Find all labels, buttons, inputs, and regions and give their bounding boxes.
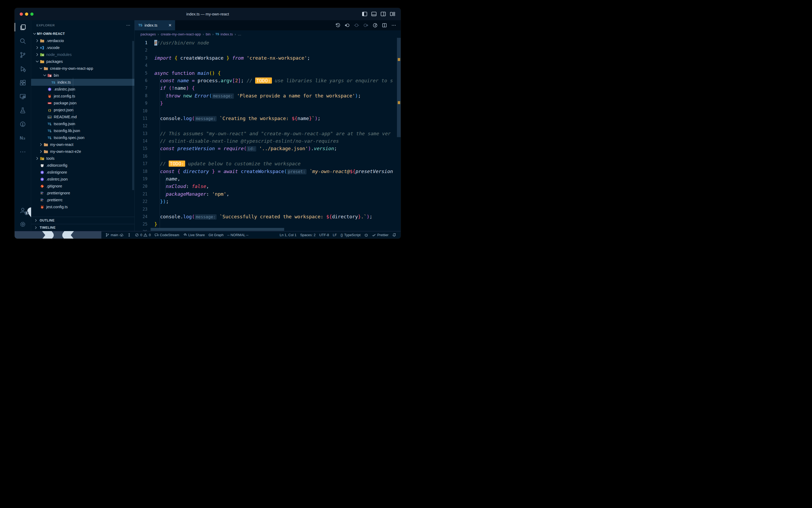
- panel-timeline[interactable]: TIMELINE: [31, 224, 134, 231]
- status-copilot[interactable]: [363, 231, 370, 239]
- status-notifications[interactable]: [390, 231, 398, 239]
- more-actions-icon[interactable]: [391, 23, 396, 28]
- customize-layout-icon[interactable]: [390, 11, 395, 17]
- toggle-primary-sidebar-icon[interactable]: [362, 11, 368, 17]
- editor-horizontal-scrollbar[interactable]: [151, 228, 284, 231]
- go-previous-icon[interactable]: [354, 23, 359, 28]
- go-forward-icon[interactable]: [363, 23, 369, 28]
- code-line-23[interactable]: 23: [135, 206, 401, 213]
- timeline-history-icon[interactable]: [335, 23, 341, 28]
- status-vim-mode[interactable]: -- NORMAL --: [225, 231, 250, 239]
- activity-codetour[interactable]: [15, 117, 31, 131]
- status-eol[interactable]: LF: [331, 231, 339, 239]
- tree-item-tools[interactable]: tools: [31, 155, 134, 162]
- activity-search[interactable]: [15, 34, 31, 48]
- activity-explorer[interactable]: [15, 20, 31, 34]
- tree-item--eslintrc-json[interactable]: .eslintrc.json: [31, 176, 134, 183]
- code-line-22[interactable]: 22 });: [135, 198, 401, 205]
- code-line-15[interactable]: 15 const presetVersion = require(id: '..…: [135, 145, 401, 152]
- code-line-25[interactable]: 25}: [135, 220, 401, 228]
- status-language-mode[interactable]: {}TypeScript: [339, 231, 363, 239]
- breadcrumb-item[interactable]: packages: [140, 32, 156, 36]
- code-line-13[interactable]: 13 // This assumes "my-own-react" and "c…: [135, 130, 401, 137]
- tree-item-index-ts[interactable]: TSindex.ts: [31, 79, 134, 86]
- tree-item--gitignore[interactable]: .gitignore: [31, 183, 134, 189]
- tree-item--verdaccio[interactable]: .verdaccio: [31, 37, 134, 44]
- activity-settings[interactable]: [15, 217, 31, 231]
- tab-index-ts[interactable]: TS index.ts ✕: [135, 20, 175, 30]
- code-line-20[interactable]: 20 nxCloud: false,: [135, 183, 401, 190]
- activity-testing[interactable]: [15, 103, 31, 117]
- activity-extensions[interactable]: [15, 76, 31, 89]
- tree-item-readme-md[interactable]: MREADME.md: [31, 114, 134, 120]
- tree-item--vscode[interactable]: .vscode: [31, 44, 134, 51]
- activity-more-views[interactable]: [15, 145, 31, 159]
- status-git-graph[interactable]: Git Graph: [207, 231, 225, 239]
- tree-item-package-json[interactable]: npmpackage.json: [31, 99, 134, 107]
- panel-outline[interactable]: OUTLINE: [31, 217, 134, 224]
- code-line-10[interactable]: 10: [135, 107, 401, 115]
- status-git-branch[interactable]: main: [103, 231, 125, 239]
- tree-item-tsconfig-spec-json[interactable]: TStsconfig.spec.json: [31, 134, 134, 141]
- code-line-2[interactable]: 2: [135, 47, 401, 54]
- tree-item-node-modules[interactable]: JSnode_modules: [31, 51, 134, 58]
- close-button[interactable]: [20, 12, 23, 16]
- code-line-8[interactable]: 8 throw new Error(message: 'Please provi…: [135, 92, 401, 99]
- tree-item-tsconfig-json[interactable]: TStsconfig.json: [31, 120, 134, 127]
- code-editor[interactable]: 1#!/usr/bin/env node23import { createWor…: [135, 38, 401, 231]
- zoom-button[interactable]: [30, 12, 34, 16]
- tree-item-packages[interactable]: packages: [31, 58, 134, 65]
- code-line-16[interactable]: 16: [135, 153, 401, 160]
- tree-item-project-json[interactable]: {}project.json: [31, 107, 134, 114]
- tree-item--prettierignore[interactable]: .prettierignore: [31, 189, 134, 197]
- editor-vertical-scrollbar[interactable]: [397, 38, 401, 137]
- breadcrumb-item[interactable]: create-my-own-react-app: [161, 32, 201, 36]
- activity-source-control[interactable]: [15, 48, 31, 62]
- sidebar-scrollbar[interactable]: [132, 41, 134, 190]
- status-indentation[interactable]: Spaces: 2: [298, 231, 318, 239]
- tree-item--prettierrc[interactable]: .prettierrc: [31, 197, 134, 203]
- tree-item--eslintignore[interactable]: .eslintignore: [31, 169, 134, 176]
- code-line-7[interactable]: 7 if (!name) {: [135, 84, 401, 92]
- tree-item-my-own-react[interactable]: my-own-react: [31, 141, 134, 148]
- code-line-4[interactable]: 4: [135, 62, 401, 69]
- code-line-6[interactable]: 6 const name = process.argv[2]; // TODO:…: [135, 77, 401, 84]
- tree-item-my-own-react-e2e[interactable]: my-own-react-e2e: [31, 148, 134, 155]
- status-commit-graph[interactable]: [125, 231, 133, 239]
- breadcrumb-item[interactable]: TSindex.ts: [216, 32, 233, 36]
- code-line-11[interactable]: 11 console.log(message: `Creating the wo…: [135, 115, 401, 122]
- go-back-icon[interactable]: [344, 23, 350, 28]
- code-line-12[interactable]: 12: [135, 122, 401, 130]
- minimize-button[interactable]: [25, 12, 28, 16]
- tree-item-create-my-own-react-app[interactable]: create-my-own-react-app: [31, 65, 134, 72]
- code-line-1[interactable]: 1#!/usr/bin/env node: [135, 39, 401, 47]
- code-line-9[interactable]: 9 }: [135, 99, 401, 107]
- tab-close-icon[interactable]: ✕: [168, 23, 173, 28]
- code-line-21[interactable]: 21 packageManager: 'npm',: [135, 190, 401, 198]
- status-remote-indicator[interactable]: [15, 231, 101, 239]
- status-cursor-position[interactable]: Ln 1, Col 1: [278, 231, 298, 239]
- breadcrumb-item[interactable]: bin: [206, 32, 210, 36]
- tree-item--editorconfig[interactable]: .editorconfig: [31, 162, 134, 169]
- split-editor-icon[interactable]: [382, 23, 387, 28]
- toggle-secondary-sidebar-icon[interactable]: [380, 11, 386, 17]
- status-codestream[interactable]: CodeStream: [153, 231, 181, 239]
- file-history-icon[interactable]: [373, 23, 378, 28]
- status-live-share[interactable]: Live Share: [181, 231, 207, 239]
- status-prettier[interactable]: Prettier: [370, 231, 390, 239]
- code-line-5[interactable]: 5async function main() {: [135, 70, 401, 77]
- tree-item-tsconfig-lib-json[interactable]: TStsconfig.lib.json: [31, 127, 134, 134]
- tree-item-jest-config-ts[interactable]: jest.config.ts: [31, 203, 134, 210]
- activity-nx-console[interactable]: N≥: [15, 131, 31, 145]
- activity-accounts[interactable]: 1: [15, 203, 31, 217]
- explorer-more-actions-icon[interactable]: [126, 23, 131, 28]
- activity-remote-explorer[interactable]: [15, 89, 31, 103]
- code-line-17[interactable]: 17 // TODO: update below to customize th…: [135, 160, 401, 167]
- tree-item-jest-config-ts[interactable]: jest.config.ts: [31, 93, 134, 99]
- code-line-19[interactable]: 19 name,: [135, 175, 401, 183]
- code-line-3[interactable]: 3import { createWorkspace } from 'create…: [135, 54, 401, 62]
- tree-item-my-own-react[interactable]: MY-OWN-REACT: [31, 30, 134, 37]
- code-line-18[interactable]: 18 const { directory } = await createWor…: [135, 168, 401, 175]
- status-encoding[interactable]: UTF-8: [318, 231, 331, 239]
- tree-item-bin[interactable]: 0110bin: [31, 72, 134, 79]
